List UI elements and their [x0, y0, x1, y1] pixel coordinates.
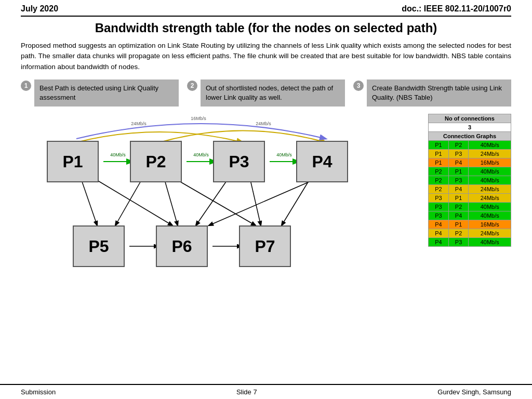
step-2-text: Out of shortlisted nodes, detect the pat…	[201, 79, 345, 107]
body-text: Proposed method suggests an optimization…	[21, 41, 511, 72]
table-row: P1P240Mb/s	[429, 141, 511, 150]
svg-line-9	[97, 180, 172, 225]
svg-line-18	[178, 180, 256, 225]
svg-line-14	[282, 180, 309, 225]
svg-line-11	[165, 180, 178, 225]
header-doc: doc.: IEEE 802.11-20/1007r0	[402, 4, 511, 14]
node-p5: P5	[73, 225, 125, 267]
svg-line-10	[115, 180, 141, 225]
node-p1: P1	[47, 141, 99, 182]
step-1-number: 1	[21, 81, 31, 91]
diagram-area: 16Mb/s 24Mb/s 24Mb/s 40Mb/s 40Mb/s 40Mb/…	[21, 114, 511, 290]
table-row: P3P124Mb/s	[429, 194, 511, 203]
step-1: 1 Best Path is detected using Link Quali…	[21, 79, 179, 107]
table-row: P4P340Mb/s	[429, 238, 511, 247]
table-header: No of connections	[429, 114, 511, 123]
header-date: July 2020	[21, 4, 58, 14]
svg-text:40Mb/s: 40Mb/s	[110, 152, 126, 157]
table-graph-header: Connection Graphs	[429, 132, 511, 141]
footer-left: Submission	[21, 388, 56, 396]
footer: Submission Slide 7 Gurdev Singh, Samsung	[0, 384, 532, 399]
step-1-text: Best Path is detected using Link Quality…	[34, 79, 179, 107]
step-2-number: 2	[187, 81, 197, 91]
step-2: 2 Out of shortlisted nodes, detect the p…	[187, 79, 345, 107]
footer-center: Slide 7	[236, 388, 257, 396]
page-title: Bandwidth strength table (for the nodes …	[21, 21, 511, 35]
step-3: 3 Create Bandwidth Strength table using …	[353, 79, 511, 107]
svg-line-19	[209, 180, 313, 225]
table-row: P3P240Mb/s	[429, 203, 511, 211]
steps-row: 1 Best Path is detected using Link Quali…	[21, 79, 511, 107]
node-p6: P6	[156, 225, 208, 267]
svg-text:24Mb/s: 24Mb/s	[256, 121, 271, 126]
svg-text:40Mb/s: 40Mb/s	[276, 152, 292, 157]
table-row: P3P440Mb/s	[429, 211, 511, 220]
connections-table: No of connections 3 Connection Graphs P1…	[428, 114, 511, 290]
svg-line-17	[82, 180, 97, 225]
table-row: P2P424Mb/s	[429, 185, 511, 194]
node-p7: P7	[239, 225, 291, 267]
table-count: 3	[429, 123, 511, 132]
node-p3: P3	[213, 141, 265, 182]
table-row: P1P416Mb/s	[429, 158, 511, 167]
svg-line-12	[196, 180, 227, 225]
network-diagram: 16Mb/s 24Mb/s 24Mb/s 40Mb/s 40Mb/s 40Mb/…	[21, 114, 423, 290]
svg-line-13	[250, 180, 261, 225]
footer-right: Gurdev Singh, Samsung	[437, 388, 511, 396]
node-p4: P4	[296, 141, 348, 182]
table-row: P2P140Mb/s	[429, 167, 511, 176]
table-row: P4P116Mb/s	[429, 220, 511, 229]
table-row: P4P224Mb/s	[429, 229, 511, 238]
node-p2: P2	[130, 141, 182, 182]
svg-text:24Mb/s: 24Mb/s	[131, 121, 147, 126]
table-row: P2P340Mb/s	[429, 176, 511, 185]
step-3-text: Create Bandwidth Strength table using Li…	[367, 79, 511, 107]
table-row: P1P324Mb/s	[429, 150, 511, 158]
header: July 2020 doc.: IEEE 802.11-20/1007r0	[21, 0, 511, 17]
svg-text:40Mb/s: 40Mb/s	[193, 152, 209, 157]
step-3-number: 3	[353, 81, 364, 91]
svg-text:16Mb/s: 16Mb/s	[191, 116, 206, 121]
